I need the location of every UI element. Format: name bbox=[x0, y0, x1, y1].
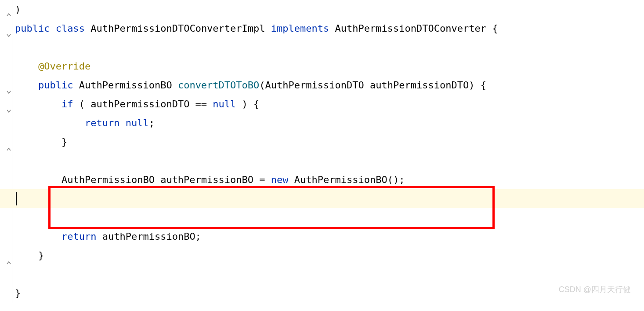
editor-gutter bbox=[0, 0, 12, 303]
code-line bbox=[15, 189, 644, 208]
code-line: return authPermissionBO; bbox=[15, 227, 644, 246]
code-line: } bbox=[15, 246, 644, 265]
code-line: public AuthPermissionBO convertDTOToBO(A… bbox=[15, 76, 644, 95]
gutter-highlight bbox=[0, 189, 12, 208]
code-line bbox=[15, 38, 644, 57]
fold-marker-collapse-icon[interactable] bbox=[6, 139, 11, 144]
code-line: if ( authPermissionDTO == null ) { bbox=[15, 95, 644, 113]
code-line: return null; bbox=[15, 113, 644, 132]
code-line bbox=[15, 151, 644, 170]
code-line: @Override bbox=[15, 57, 644, 76]
code-editor-area[interactable]: ) public class AuthPermissionDTOConverte… bbox=[12, 0, 644, 303]
text-cursor bbox=[16, 192, 17, 205]
fold-marker-expand-icon[interactable] bbox=[6, 26, 11, 31]
code-line bbox=[15, 208, 644, 227]
fold-marker-expand-icon[interactable] bbox=[6, 101, 11, 106]
code-line: AuthPermissionBO authPermissionBO = new … bbox=[15, 170, 644, 189]
code-line: } bbox=[15, 132, 644, 151]
fold-marker-collapse-icon[interactable] bbox=[6, 4, 11, 10]
fold-marker-collapse-icon[interactable] bbox=[6, 252, 11, 258]
watermark-text: CSDN @四月天行健 bbox=[559, 280, 631, 299]
code-line bbox=[15, 265, 644, 284]
code-line: } bbox=[15, 284, 644, 303]
fold-marker-expand-icon[interactable] bbox=[6, 82, 11, 88]
code-line: public class AuthPermissionDTOConverterI… bbox=[15, 19, 644, 38]
code-line: ) bbox=[15, 0, 644, 19]
